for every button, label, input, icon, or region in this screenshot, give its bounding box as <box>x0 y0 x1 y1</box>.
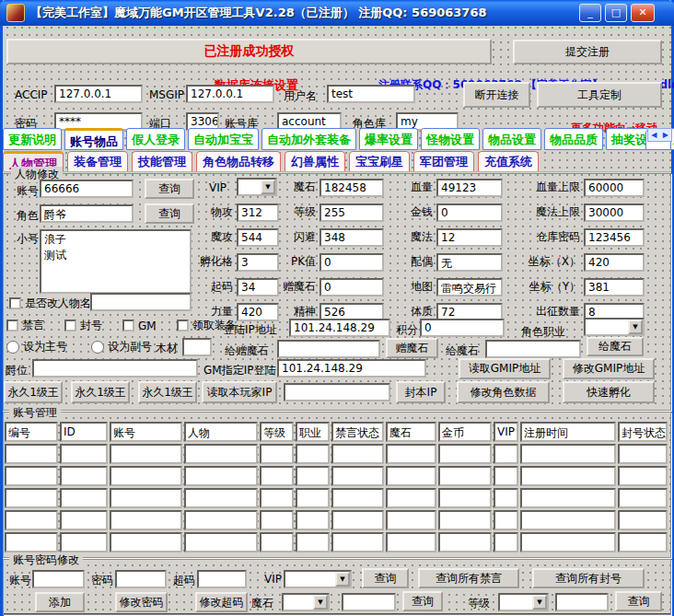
primary-tab[interactable]: 假人登录 <box>126 128 185 150</box>
stat-input[interactable]: 49123 <box>436 179 503 197</box>
table-cell[interactable] <box>60 488 108 508</box>
query-all-muted-button[interactable]: 查询所有禁言 <box>418 568 519 588</box>
checkbox[interactable] <box>177 320 189 331</box>
account-query-button[interactable]: 查询 <box>145 179 194 199</box>
chevron-down-icon[interactable]: ▼ <box>313 595 328 610</box>
tab-scroll-control[interactable]: ◀ ▶ <box>647 128 672 142</box>
table-cell[interactable] <box>260 466 294 486</box>
table-cell[interactable] <box>331 510 384 530</box>
modify-role-button[interactable]: 修改角色数据 <box>457 381 550 403</box>
table-cell[interactable] <box>520 510 616 530</box>
checkbox[interactable] <box>6 320 18 331</box>
table-cell[interactable] <box>386 466 436 486</box>
table-cell[interactable] <box>5 444 58 464</box>
secondary-tab[interactable]: 军团管理 <box>413 151 474 172</box>
stat-input[interactable]: 0 <box>320 253 384 272</box>
table-header-cell[interactable]: 等级 <box>260 422 294 442</box>
give-bound-button[interactable]: 赠魔石 <box>386 338 438 358</box>
query-all-banned-button[interactable]: 查询所有封号 <box>532 568 645 588</box>
table-header-cell[interactable]: 魔石 <box>386 422 436 442</box>
stat-input[interactable]: 无 <box>436 253 503 272</box>
rename-input[interactable] <box>90 293 192 311</box>
table-header-cell[interactable]: 金币 <box>438 422 492 442</box>
give-ms-button[interactable]: 给魔石 <box>587 337 644 356</box>
table-cell[interactable] <box>618 488 668 508</box>
minimize-button[interactable]: _ <box>579 4 601 22</box>
table-row[interactable] <box>5 444 669 464</box>
table-cell[interactable] <box>618 532 668 552</box>
tool-custom-button[interactable]: 工具定制 <box>537 82 662 108</box>
add-button[interactable]: 添加 <box>35 592 85 612</box>
table-cell[interactable] <box>386 510 436 530</box>
table-cell[interactable] <box>110 532 182 552</box>
table-cell[interactable] <box>296 444 330 464</box>
stat-input[interactable]: 381 <box>584 278 645 296</box>
table-cell[interactable] <box>494 532 518 552</box>
table-cell[interactable] <box>494 466 518 486</box>
table-cell[interactable] <box>5 488 58 508</box>
rename-checkbox[interactable] <box>9 297 21 309</box>
quick-hatch-button[interactable]: 快速孵化 <box>563 381 655 403</box>
stat-input[interactable]: 60000 <box>584 179 645 197</box>
table-cell[interactable] <box>184 466 258 486</box>
chevron-down-icon[interactable]: ▼ <box>335 572 350 587</box>
primary-tab[interactable]: 账号物品 <box>64 128 123 150</box>
table-cell[interactable] <box>184 444 258 464</box>
list-item[interactable]: 测试 <box>44 248 187 263</box>
wood-input[interactable] <box>182 338 212 356</box>
table-cell[interactable] <box>110 466 182 486</box>
ms-input[interactable] <box>342 593 396 611</box>
table-cell[interactable] <box>520 444 616 464</box>
table-cell[interactable] <box>331 466 384 486</box>
table-header-cell[interactable]: 编号 <box>5 422 58 442</box>
role-query-button[interactable]: 查询 <box>145 203 194 224</box>
table-header-cell[interactable]: VIP <box>494 422 518 442</box>
give-ms-input[interactable] <box>485 340 581 358</box>
radio-option[interactable]: 设为主号 <box>6 339 67 354</box>
stat-input[interactable]: 12 <box>436 228 503 247</box>
table-cell[interactable] <box>260 532 294 552</box>
secondary-tab[interactable]: 充值系统 <box>478 151 539 172</box>
pw-query-button[interactable]: 查询 <box>362 568 409 588</box>
level-query-button[interactable]: 查询 <box>615 591 662 611</box>
close-button[interactable]: ✕ <box>631 4 655 22</box>
table-cell[interactable] <box>5 466 58 486</box>
primary-tab[interactable]: 物品品质 <box>544 128 603 150</box>
account-input[interactable]: 66666 <box>40 180 134 198</box>
table-row[interactable] <box>5 466 669 486</box>
role-input[interactable]: 爵爷 <box>40 204 134 223</box>
checkbox[interactable] <box>64 320 76 331</box>
secondary-tab[interactable]: 装备管理 <box>67 151 128 172</box>
table-header-cell[interactable]: 禁言状态 <box>331 422 384 442</box>
table-cell[interactable] <box>618 466 668 486</box>
king-button[interactable]: 永久1级王 <box>71 381 130 403</box>
tab-scroll-right-icon[interactable]: ▶ <box>660 129 672 141</box>
disconnect-button[interactable]: 断开连接 <box>463 82 530 108</box>
primary-tab[interactable]: 自动加外套装备 <box>261 128 356 150</box>
flag-option[interactable]: 封号 <box>64 318 102 333</box>
submit-register-button[interactable]: 提交注册 <box>513 40 662 64</box>
king-button[interactable]: 永久1级王 <box>4 381 63 403</box>
primary-tab[interactable]: 自动加宝宝 <box>188 128 259 150</box>
primary-tab[interactable]: 爆率设置 <box>359 128 418 150</box>
table-cell[interactable] <box>60 444 108 464</box>
ms-dropdown[interactable]: ▼ <box>282 593 330 611</box>
table-cell[interactable] <box>438 510 492 530</box>
checkbox[interactable] <box>122 320 134 331</box>
table-header-cell[interactable]: 账号 <box>110 422 182 442</box>
table-cell[interactable] <box>494 444 518 464</box>
table-cell[interactable] <box>296 466 330 486</box>
alt-listbox[interactable]: 浪子测试 <box>40 229 192 294</box>
table-cell[interactable] <box>110 488 182 508</box>
pw-vip-dropdown[interactable]: ▼ <box>284 570 352 588</box>
read-player-ip-button[interactable]: 读取本玩家IP <box>202 381 277 403</box>
table-cell[interactable] <box>520 488 616 508</box>
secondary-tab[interactable]: 技能管理 <box>132 151 192 172</box>
primary-tab[interactable]: 物品设置 <box>482 128 541 150</box>
pw-super-input[interactable] <box>197 570 247 588</box>
score-input[interactable]: 0 <box>420 319 505 337</box>
table-cell[interactable] <box>296 510 330 530</box>
table-row[interactable] <box>5 510 669 530</box>
read-gmip-button[interactable]: 读取GMIP地址 <box>459 358 551 379</box>
table-cell[interactable] <box>60 510 108 530</box>
